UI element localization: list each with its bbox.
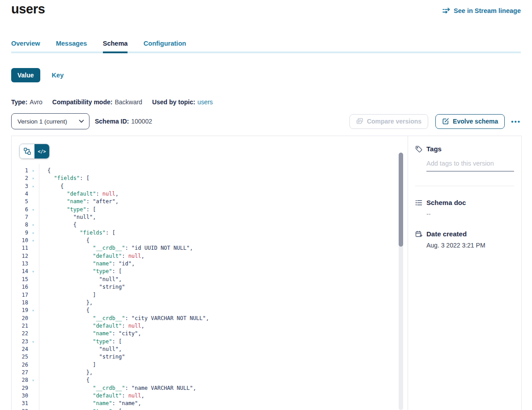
edit-icon xyxy=(442,118,449,125)
code-line: 21 "default": null, xyxy=(12,322,397,330)
fold-toggle-icon xyxy=(28,214,38,221)
fold-toggle-icon xyxy=(28,322,38,330)
line-number: 8 xyxy=(12,221,28,229)
code-text: "null", xyxy=(38,214,96,221)
code-text: "null", xyxy=(38,276,122,283)
compatibility-label: Compatibility mode: xyxy=(52,98,113,106)
line-number: 18 xyxy=(12,299,28,307)
line-number: 32 xyxy=(12,408,28,410)
add-tags-input[interactable] xyxy=(426,160,514,171)
scrollbar-track[interactable] xyxy=(399,153,403,410)
code-line: 30 "default": null, xyxy=(12,392,397,400)
value-toggle-button[interactable]: Value xyxy=(11,68,40,82)
more-options-button[interactable]: ••• xyxy=(511,118,521,125)
tab-bar: Overview Messages Schema Configuration xyxy=(11,39,521,53)
fold-toggle-icon xyxy=(28,384,38,392)
line-number: 19 xyxy=(12,307,28,314)
line-number: 2 xyxy=(12,175,28,182)
fold-toggle-icon[interactable]: ▾ xyxy=(28,237,38,244)
line-number: 1 xyxy=(12,167,28,175)
tag-icon xyxy=(415,145,422,153)
tab-overview[interactable]: Overview xyxy=(11,40,40,51)
code-line: 5 "name": "after", xyxy=(12,198,397,205)
schema-view-toggle: </> xyxy=(19,144,50,159)
code-text: "name": "after", xyxy=(38,198,119,205)
fold-toggle-icon xyxy=(28,346,38,353)
code-line: 11 "__crdb__": "id UUID NOT NULL", xyxy=(12,244,397,252)
fold-toggle-icon xyxy=(28,260,38,268)
evolve-schema-button[interactable]: Evolve schema xyxy=(435,114,505,129)
page-title: users xyxy=(11,2,45,17)
schema-id-label: Schema ID: xyxy=(95,118,129,125)
date-created-title: Date created xyxy=(426,230,467,238)
fold-toggle-icon[interactable]: ▾ xyxy=(28,221,38,229)
tree-view-button[interactable] xyxy=(20,144,34,158)
code-text: "__crdb__": "name VARCHAR NULL", xyxy=(38,384,196,392)
code-text: { xyxy=(38,307,89,314)
line-number: 28 xyxy=(12,376,28,384)
version-select[interactable]: Version 1 (current) xyxy=(11,113,89,129)
key-toggle-button[interactable]: Key xyxy=(52,72,64,79)
version-bar: Version 1 (current) Schema ID:100002 Com… xyxy=(11,113,521,129)
code-line: 1▾{ xyxy=(12,167,397,175)
topic-link[interactable]: users xyxy=(197,98,213,106)
line-number: 12 xyxy=(12,252,28,260)
line-number: 7 xyxy=(12,214,28,221)
fold-toggle-icon[interactable]: ▾ xyxy=(28,167,38,175)
schema-meta-row: Type:Avro Compatibility mode:Backward Us… xyxy=(11,98,213,106)
fold-toggle-icon[interactable]: ▾ xyxy=(28,307,38,314)
fold-toggle-icon[interactable]: ▾ xyxy=(28,183,38,190)
fold-toggle-icon xyxy=(28,392,38,400)
fold-toggle-icon xyxy=(28,291,38,299)
code-line: 22 "name": "city", xyxy=(12,330,397,337)
line-number: 4 xyxy=(12,190,28,198)
code-editor: 1▾{2▾ "fields": [3▾ {4 "default": null,5… xyxy=(12,167,397,410)
fold-toggle-icon xyxy=(28,353,38,361)
code-line: 17 ] xyxy=(12,291,397,299)
code-text: "name": "name", xyxy=(38,400,141,407)
fold-toggle-icon[interactable]: ▾ xyxy=(28,268,38,275)
code-view-button[interactable]: </> xyxy=(34,144,49,158)
line-number: 9 xyxy=(12,229,28,237)
tab-schema[interactable]: Schema xyxy=(103,40,128,51)
code-text: { xyxy=(38,376,89,384)
fold-toggle-icon xyxy=(28,198,38,205)
code-line: 6▾ "type": [ xyxy=(12,206,397,214)
meta-compatibility: Compatibility mode:Backward xyxy=(52,98,142,106)
code-text: "type": [ xyxy=(38,338,122,346)
line-number: 10 xyxy=(12,237,28,244)
stream-lineage-link[interactable]: See in Stream lineage xyxy=(443,7,521,14)
code-line: 16 "string" xyxy=(12,283,397,291)
compare-icon xyxy=(356,118,363,125)
fold-toggle-icon[interactable]: ▾ xyxy=(28,206,38,214)
code-text: "__crdb__": "city VARCHAR NOT NULL", xyxy=(38,315,209,322)
compare-versions-button[interactable]: Compare versions xyxy=(349,114,428,129)
code-line: 14▾ "type": [ xyxy=(12,268,397,275)
tab-configuration[interactable]: Configuration xyxy=(144,40,186,51)
fold-toggle-icon xyxy=(28,299,38,307)
fold-toggle-icon xyxy=(28,330,38,337)
fold-toggle-icon[interactable]: ▾ xyxy=(28,175,38,182)
schema-doc-value: -- xyxy=(426,210,514,218)
code-text: "type": [ xyxy=(38,206,96,214)
line-number: 23 xyxy=(12,338,28,346)
scrollbar-thumb[interactable] xyxy=(399,153,403,247)
code-text: }, xyxy=(38,369,93,376)
fold-toggle-icon[interactable]: ▾ xyxy=(28,229,38,237)
tab-messages[interactable]: Messages xyxy=(56,40,87,51)
subject-toggle: Value Key xyxy=(11,68,64,82)
list-icon xyxy=(415,199,422,206)
fold-toggle-icon xyxy=(28,190,38,198)
code-line: 12 "default": null, xyxy=(12,252,397,260)
line-number: 16 xyxy=(12,283,28,291)
code-line: 13 "name": "id", xyxy=(12,260,397,268)
schema-doc-title: Schema doc xyxy=(426,199,466,206)
stream-lineage-icon xyxy=(443,8,451,14)
fold-toggle-icon[interactable]: ▾ xyxy=(28,408,38,410)
code-text: ] xyxy=(38,291,96,299)
code-line: 3▾ { xyxy=(12,183,397,190)
type-value: Avro xyxy=(30,98,43,106)
line-number: 3 xyxy=(12,183,28,190)
fold-toggle-icon[interactable]: ▾ xyxy=(28,338,38,346)
fold-toggle-icon[interactable]: ▾ xyxy=(28,376,38,384)
